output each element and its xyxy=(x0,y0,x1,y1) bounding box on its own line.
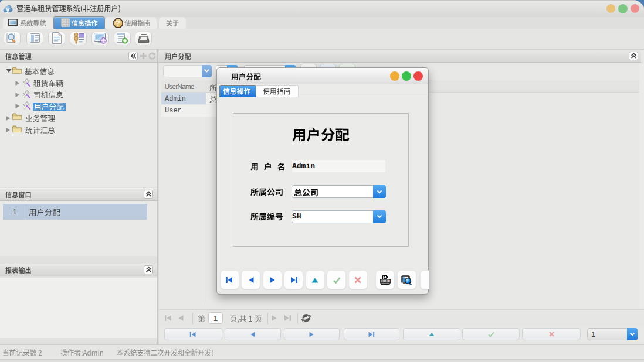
svg-text:y: y xyxy=(6,6,10,13)
svg-text:?: ? xyxy=(116,19,120,28)
